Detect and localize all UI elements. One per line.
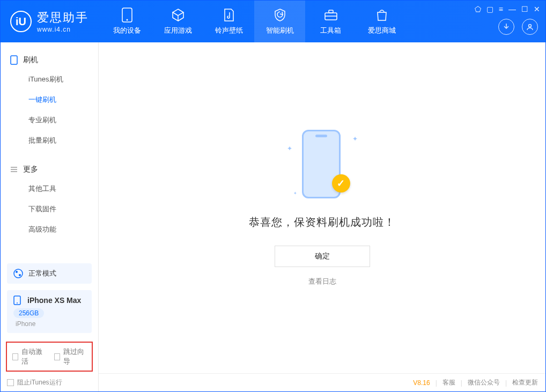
sidebar-item-itunes-flash[interactable]: iTunes刷机 xyxy=(1,69,98,90)
toolbox-icon xyxy=(323,8,338,23)
close-button[interactable]: ✕ xyxy=(534,5,540,13)
svg-point-14 xyxy=(17,302,18,304)
tab-apps[interactable]: 应用游戏 xyxy=(152,1,203,42)
main-panel: ✦ ✦ ✦ ✓ 恭喜您，保资料刷机成功啦！ 确定 查看日志 V8.16 | 客服… xyxy=(99,42,545,391)
wechat-link[interactable]: 微信公众号 xyxy=(468,378,500,387)
ok-button[interactable]: 确定 xyxy=(275,246,370,267)
check-badge-icon: ✓ xyxy=(332,174,350,193)
sidebar-item-advanced[interactable]: 高级功能 xyxy=(1,219,98,240)
tab-label: 铃声壁纸 xyxy=(215,26,243,35)
check-update-link[interactable]: 检查更新 xyxy=(512,378,538,387)
maximize-button[interactable]: ☐ xyxy=(521,5,528,13)
tab-label: 工具箱 xyxy=(320,26,341,35)
mode-box[interactable]: 正常模式 xyxy=(7,263,92,284)
view-log-link[interactable]: 查看日志 xyxy=(308,277,336,286)
menu-icon[interactable]: ≡ xyxy=(499,5,503,13)
checkbox-label: 跳过向导 xyxy=(63,347,86,366)
checkbox-icon xyxy=(12,353,18,360)
sidebar-item-one-click-flash[interactable]: 一键刷机 xyxy=(1,90,98,110)
checkbox-label: 自动激活 xyxy=(21,347,45,366)
app-window: iU 爱思助手 www.i4.cn 我的设备 应用游戏 铃声壁纸 智能刷机 xyxy=(0,0,546,392)
device-storage: 256GB xyxy=(13,308,44,318)
svg-point-10 xyxy=(14,269,23,278)
mode-label: 正常模式 xyxy=(28,269,56,278)
svg-rect-6 xyxy=(11,56,17,64)
svg-rect-3 xyxy=(329,10,333,13)
user-button[interactable] xyxy=(522,19,538,35)
svg-point-1 xyxy=(126,19,128,21)
section-more: 更多 xyxy=(1,160,98,179)
success-content: ✦ ✦ ✦ ✓ 恭喜您，保资料刷机成功啦！ 确定 查看日志 xyxy=(99,42,545,373)
brand-name: 爱思助手 xyxy=(37,10,88,26)
svg-point-12 xyxy=(19,274,21,276)
tab-my-device[interactable]: 我的设备 xyxy=(101,1,152,42)
tab-label: 应用游戏 xyxy=(164,26,192,35)
support-link[interactable]: 客服 xyxy=(442,378,455,387)
header: iU 爱思助手 www.i4.cn 我的设备 应用游戏 铃声壁纸 智能刷机 xyxy=(1,1,545,42)
sidebar: 刷机 iTunes刷机 一键刷机 专业刷机 批量刷机 更多 其他工具 下载固件 … xyxy=(1,42,99,391)
tab-ringtones[interactable]: 铃声壁纸 xyxy=(203,1,254,42)
minimize-button[interactable]: — xyxy=(508,5,516,13)
brand-url: www.i4.cn xyxy=(37,26,88,33)
checkbox-icon xyxy=(7,379,14,386)
brand-block: iU 爱思助手 www.i4.cn xyxy=(1,1,101,42)
device-box[interactable]: iPhone XS Max 256GB iPhone xyxy=(7,290,92,333)
device-name: iPhone XS Max xyxy=(27,296,81,305)
mode-icon xyxy=(13,269,23,278)
sidebar-item-pro-flash[interactable]: 专业刷机 xyxy=(1,110,98,130)
block-itunes-row[interactable]: 阻止iTunes运行 xyxy=(1,374,98,391)
list-icon xyxy=(10,166,18,173)
sidebar-item-other-tools[interactable]: 其他工具 xyxy=(1,179,98,199)
cube-icon xyxy=(171,8,186,23)
tab-label: 爱思商城 xyxy=(368,26,396,35)
svg-point-11 xyxy=(16,271,18,273)
header-actions xyxy=(498,19,538,35)
bag-icon xyxy=(374,8,389,23)
phone-icon xyxy=(13,295,21,305)
success-graphic: ✦ ✦ ✦ ✓ xyxy=(285,130,360,202)
download-button[interactable] xyxy=(498,19,514,35)
tab-label: 智能刷机 xyxy=(266,26,294,35)
device-type: iPhone xyxy=(16,320,85,328)
side-nav: 刷机 iTunes刷机 一键刷机 专业刷机 批量刷机 更多 其他工具 下载固件 … xyxy=(1,42,98,260)
tab-flash[interactable]: 智能刷机 xyxy=(254,1,305,42)
tab-store[interactable]: 爱思商城 xyxy=(356,1,407,42)
svg-point-5 xyxy=(529,25,532,27)
shirt-icon[interactable]: ⬠ xyxy=(475,5,481,13)
device-icon xyxy=(120,8,135,23)
version-label: V8.16 xyxy=(413,379,430,387)
footer: V8.16 | 客服 | 微信公众号 | 检查更新 xyxy=(99,373,545,391)
section-title: 更多 xyxy=(23,165,38,174)
shield-icon xyxy=(272,8,287,23)
checkbox-row: 自动激活 跳过向导 xyxy=(6,342,93,372)
main-tabs: 我的设备 应用游戏 铃声壁纸 智能刷机 工具箱 爱思商城 xyxy=(101,1,407,42)
auto-activate-checkbox[interactable]: 自动激活 xyxy=(12,347,45,366)
checkbox-icon xyxy=(54,353,60,360)
section-flash: 刷机 xyxy=(1,51,98,69)
sidebar-item-download-firmware[interactable]: 下载固件 xyxy=(1,199,98,219)
sidebar-item-batch-flash[interactable]: 批量刷机 xyxy=(1,130,98,151)
feedback-icon[interactable]: ▢ xyxy=(486,5,493,13)
phone-outline-icon xyxy=(10,55,18,65)
skip-guide-checkbox[interactable]: 跳过向导 xyxy=(54,347,86,366)
window-controls: ⬠ ▢ ≡ — ☐ ✕ xyxy=(475,5,540,13)
body: 刷机 iTunes刷机 一键刷机 专业刷机 批量刷机 更多 其他工具 下载固件 … xyxy=(1,42,545,391)
logo-icon: iU xyxy=(10,11,32,32)
block-itunes-label: 阻止iTunes运行 xyxy=(17,378,62,387)
section-title: 刷机 xyxy=(23,55,38,65)
tab-label: 我的设备 xyxy=(113,26,141,35)
tab-toolbox[interactable]: 工具箱 xyxy=(305,1,356,42)
music-file-icon xyxy=(222,8,237,23)
success-message: 恭喜您，保资料刷机成功啦！ xyxy=(249,215,395,230)
